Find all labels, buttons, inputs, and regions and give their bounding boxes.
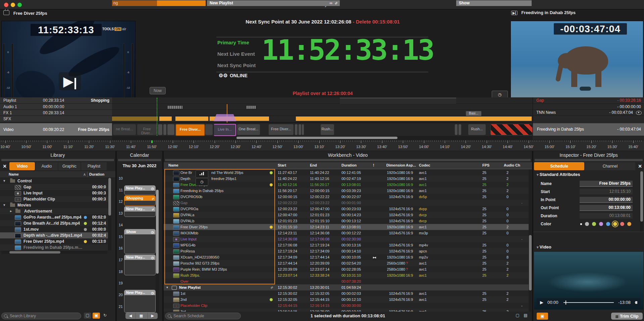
table-row[interactable]: Free Diver 25fps12:01:15:1012:14:23:1100…	[164, 224, 529, 230]
calendar-event-show[interactable]: Show◷	[124, 229, 156, 254]
video-clip[interactable]: Rush...	[468, 124, 486, 135]
color-swatch[interactable]	[599, 222, 603, 226]
video-clip[interactable]	[163, 124, 167, 135]
color-swatch[interactable]	[606, 222, 610, 226]
column-header-dur[interactable]: Duration	[341, 163, 357, 167]
tab-graphic[interactable]: Graphic	[58, 162, 80, 170]
library-row[interactable]: ▣Live Input00:00:3	[0, 190, 108, 196]
column-duration[interactable]: Duration	[89, 172, 104, 176]
library-row[interactable]: ▾Movies	[0, 202, 108, 208]
video-clip[interactable]: Free Diver...	[175, 124, 205, 136]
primary-time-label[interactable]: Primary Time	[217, 40, 249, 45]
sfx-segment[interactable]	[112, 117, 158, 121]
video-clip[interactable]: ne Breat...	[113, 124, 136, 135]
calendar-event-shopping[interactable]: Shopping∞	[124, 195, 156, 206]
library-row[interactable]: GoPro Awards...eef 25fps.mp400:02:0	[0, 214, 108, 220]
calendar-next-button[interactable]: ▶	[147, 313, 158, 319]
table-row[interactable]: Freediving in Dahab 25fps11:56:20:1712:0…	[164, 188, 529, 194]
eye-icon[interactable]	[636, 111, 642, 115]
tree-caret-icon[interactable]: ▸	[10, 209, 12, 213]
column-header-ach[interactable]: Audio Ch	[504, 163, 520, 167]
column-header-flag[interactable]: !	[373, 163, 374, 167]
table-row[interactable]: ▾New Playlist∞12:15:30:0213:20:30:0101:0…	[164, 284, 529, 290]
video-clip[interactable]	[490, 124, 533, 135]
video-clip[interactable]	[158, 124, 163, 135]
column-header-dim[interactable]: Dimension	[379, 163, 405, 167]
video-clip[interactable]: Free Diver...	[268, 124, 294, 135]
video-clip[interactable]: Live In...	[214, 124, 236, 136]
view-single-button[interactable]: ▢	[514, 313, 521, 319]
inspector-toggle-button[interactable]: ▣	[537, 313, 548, 320]
playlist-block-new-playlist[interactable]: New Playlist ∞ ∞	[207, 0, 340, 6]
inspector-video-preview[interactable]: ▶ 00:00 -13:08	[534, 252, 643, 310]
player-slider[interactable]	[564, 302, 614, 303]
calendar-prev-button[interactable]: ◀	[125, 313, 136, 319]
scrollbar-thumb[interactable]	[529, 235, 532, 290]
color-swatch[interactable]	[585, 222, 589, 226]
next-live-event-label[interactable]: Next Live Event	[217, 51, 255, 57]
column-header-codec[interactable]: Codec	[419, 163, 430, 167]
calendar-event-newplay[interactable]: New Play...◷	[124, 255, 156, 275]
refresh-button[interactable]: ↻	[101, 313, 109, 319]
video-clip[interactable]	[167, 124, 175, 135]
library-row[interactable]: Depth wish -...dive 25fps1.mp400:02:4	[0, 232, 108, 238]
timeline-h-scrollbar[interactable]	[112, 136, 533, 140]
library-row[interactable]: Free Diver 25fps.mp400:13:0	[0, 238, 108, 244]
table-row[interactable]: DVPALb12:01:01:2312:01:15:1000:00:13:121…	[164, 218, 529, 224]
column-header-name[interactable]: Name	[168, 163, 178, 167]
tab-channel[interactable]: Channel	[585, 162, 635, 170]
column-header-asp[interactable]: Asp...	[406, 163, 416, 167]
column-header-end[interactable]: End	[310, 163, 317, 167]
channel2-preview[interactable]: -00:03:47:04	[511, 21, 643, 101]
section-video[interactable]: ▾ Video	[537, 244, 551, 249]
volume-icon[interactable]	[635, 301, 637, 304]
tree-caret-icon[interactable]: ▾	[166, 285, 168, 289]
scrollbar-thumb[interactable]	[108, 178, 111, 216]
loudness-chart-button[interactable]	[196, 170, 208, 178]
player-slider-handle[interactable]	[566, 301, 566, 305]
playlist-block-shopping-played[interactable]: ng	[112, 0, 157, 6]
table-row[interactable]: Rush 25fps.12:23:07:1412:33:38:2400:10:3…	[164, 272, 529, 278]
video-clip[interactable]	[294, 124, 298, 135]
track-row-header-fx1[interactable]: FX 100:28:33:14	[0, 110, 112, 116]
fx-clip-basic[interactable]: Basi...	[466, 111, 482, 116]
calendar-v-scrollbar[interactable]	[156, 190, 159, 314]
table-row[interactable]: MPEG4b12:17:06:0812:17:19:2400:00:13:161…	[164, 242, 529, 248]
tab-audio[interactable]: Audio	[36, 162, 58, 170]
calendar-event-newplay[interactable]: New Play...◷	[124, 185, 156, 195]
table-row[interactable]: ▣Live Input12:14:36:0812:17:06:0800:02:3…	[164, 236, 529, 242]
playlist-block-empty[interactable]	[340, 98, 456, 104]
library-column-header[interactable]: Name ∧ Duration	[0, 171, 115, 178]
table-row[interactable]: ↓Placeholder Clip12:15:44:1512:16:14:150…	[164, 303, 529, 309]
table-row[interactable]: ProResa12:17:19:2412:17:34:0900:00:14:10…	[164, 248, 529, 254]
playlist-block-show[interactable]: Show	[456, 0, 532, 6]
timeline-ruler[interactable]: 10:40'10:50'11:00'11:10'11:20'11:30'11:4…	[0, 140, 644, 151]
video-clip[interactable]	[454, 124, 458, 135]
calendar-view-button[interactable]: ▦	[136, 313, 147, 319]
library-row[interactable]: ▾Control	[0, 178, 108, 184]
table-row[interactable]: DVCPRO50b12:00:00:1512:00:22:2200:00:22:…	[164, 194, 529, 200]
library-row[interactable]: ▸Advertisement	[0, 208, 108, 214]
playlist-block-shopping-remaining[interactable]	[157, 0, 206, 6]
table-row[interactable]: 3rd12:16:14:1512:16:25:0000:00:10:101024…	[164, 309, 529, 312]
tab-playlist[interactable]: Playlist	[81, 162, 107, 170]
channel1-preview[interactable]: 11:52:33:13 TOOLSONair ▶ 0-6-12-20-30-∞ …	[1, 21, 136, 101]
color-swatch[interactable]	[592, 222, 596, 226]
column-divider[interactable]	[87, 172, 88, 177]
next-sync-point-label[interactable]: Next Sync Point	[217, 62, 256, 68]
sfx-segment[interactable]	[296, 117, 532, 121]
field-value-in-point[interactable]: 00:00:00:00	[580, 197, 633, 203]
scrollbar-thumb[interactable]	[640, 171, 643, 222]
library-h-scrollbar[interactable]	[1, 251, 107, 254]
calendar-event-newplay[interactable]: New Play...∞	[124, 206, 156, 217]
library-row[interactable]: One Breath Ar...rld 25fps.mp400:12:4	[0, 220, 108, 226]
color-swatch[interactable]	[613, 222, 617, 226]
workbench-v-scrollbar[interactable]	[529, 170, 532, 312]
video-clip[interactable]	[205, 124, 213, 135]
field-value-name[interactable]: Free Diver 25fps	[580, 181, 633, 187]
play-button[interactable]: ▶	[59, 72, 81, 90]
table-row[interactable]: Depthfreedive 25fps111:40:24:2211:43:12:…	[164, 176, 529, 182]
tree-caret-icon[interactable]: ▾	[3, 179, 5, 183]
track-row-header-video[interactable]: Video00:09:20:22Free Diver 25fps	[0, 123, 112, 136]
video-clip[interactable]	[458, 124, 462, 135]
